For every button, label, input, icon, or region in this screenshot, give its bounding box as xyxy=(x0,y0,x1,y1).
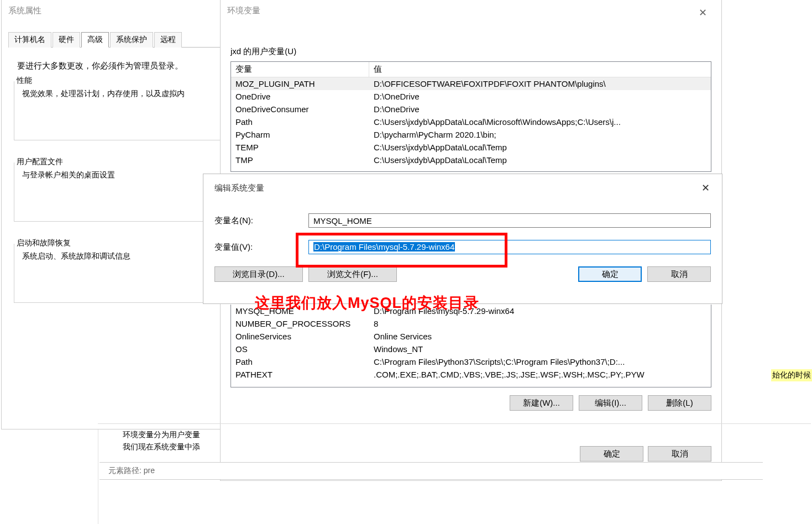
var-value-label: 变量值(V): xyxy=(214,242,308,253)
table-row[interactable]: PathC:\Program Files\Python37\Scripts\;C… xyxy=(231,355,711,368)
var-value-input[interactable] xyxy=(308,240,711,254)
table-row[interactable]: PathC:\Users\jxdyb\AppData\Local\Microso… xyxy=(231,116,711,128)
table-row[interactable]: NUMBER_OF_PROCESSORS8 xyxy=(231,317,711,330)
browse-dir-button[interactable]: 浏览目录(D)... xyxy=(214,266,303,282)
table-row[interactable]: MYSQL_HOMED:\Program Files\mysql-5.7.29-… xyxy=(231,305,711,317)
user-vars-label: jxd 的用户变量(U) xyxy=(230,46,711,57)
sysprops-title: 系统属性 xyxy=(8,6,41,16)
var-name: MOZ_PLUGIN_PATH xyxy=(231,77,369,90)
edit-system-variable-dialog: 编辑系统变量 ✕ 变量名(N): 变量值(V): D:\Program File… xyxy=(203,174,722,304)
tab-computername[interactable]: 计算机名 xyxy=(8,32,51,48)
startup-label: 启动和故障恢复 xyxy=(14,238,73,248)
env-title: 环境变量 xyxy=(227,6,260,16)
var-name: PATHEXT xyxy=(231,368,369,381)
edit-cancel-button[interactable]: 取消 xyxy=(647,266,711,282)
tab-advanced[interactable]: 高级 xyxy=(81,32,109,48)
var-value: C:\Users\jxdyb\AppData\Local\Temp xyxy=(369,154,711,166)
table-row[interactable]: PATHEXT.COM;.EXE;.BAT;.CMD;.VBS;.VBE;.JS… xyxy=(231,368,711,381)
xpath-bar: 元素路径: pre xyxy=(99,462,763,480)
user-vars-section: jxd 的用户变量(U) 变量 值 MOZ_PLUGIN_PATHD:\OFFI… xyxy=(230,46,711,172)
edit-buttons: 浏览目录(D)... 浏览文件(F)... 确定 取消 xyxy=(214,266,711,282)
var-name: PyCharm xyxy=(231,128,369,141)
var-name: Path xyxy=(231,355,369,368)
var-value: Online Services xyxy=(369,330,711,343)
bg-highlight-text: 始化的时候 xyxy=(771,369,812,381)
var-name: OS xyxy=(231,343,369,355)
var-value: C:\Program Files\Python37\Scripts\;C:\Pr… xyxy=(369,355,711,368)
var-value: C:\Users\jxdyb\AppData\Local\Temp xyxy=(369,141,711,154)
delete-sys-button[interactable]: 删除(L) xyxy=(648,395,711,411)
tab-protection[interactable]: 系统保护 xyxy=(110,32,153,48)
table-row[interactable]: OnlineServicesOnline Services xyxy=(231,330,711,343)
edit-ok-button[interactable]: 确定 xyxy=(578,266,642,282)
var-name: Path xyxy=(231,116,369,128)
var-name: OneDrive xyxy=(231,90,369,103)
bg-line1: 环境变量分为用户变量 xyxy=(123,430,200,440)
table-row[interactable]: OSWindows_NT xyxy=(231,343,711,355)
table-row[interactable]: TEMPC:\Users\jxdyb\AppData\Local\Temp xyxy=(231,141,711,154)
var-value-row: 变量值(V): D:\Program Files\mysql-5.7.29-wi… xyxy=(214,240,711,254)
var-value: D:\pycharm\PyCharm 2020.1\bin; xyxy=(369,128,711,141)
browse-file-button[interactable]: 浏览文件(F)... xyxy=(308,266,397,282)
edit-title: 编辑系统变量 xyxy=(214,183,711,193)
var-value: 8 xyxy=(369,317,711,330)
table-row[interactable]: OneDriveConsumerD:\OneDrive xyxy=(231,103,711,116)
tab-remote[interactable]: 远程 xyxy=(154,32,182,48)
table-row[interactable]: PyCharmD:\pycharm\PyCharm 2020.1\bin; xyxy=(231,128,711,141)
var-name: TEMP xyxy=(231,141,369,154)
table-row[interactable]: OneDriveD:\OneDrive xyxy=(231,90,711,103)
close-icon[interactable]: ✕ xyxy=(699,7,707,19)
var-value: D:\Program Files\mysql-5.7.29-winx64 xyxy=(369,305,711,317)
table-row[interactable]: MOZ_PLUGIN_PATHD:\OFFICESOFTWARE\FOXITPD… xyxy=(231,77,711,90)
sys-vars-buttons: 新建(W)... 编辑(I)... 删除(L) xyxy=(230,395,711,411)
close-icon[interactable]: ✕ xyxy=(701,182,710,194)
var-name: OneDriveConsumer xyxy=(231,103,369,116)
var-value: .COM;.EXE;.BAT;.CMD;.VBS;.VBE;.JS;.JSE;.… xyxy=(369,368,711,381)
bg-line2: 我们现在系统变量中添 xyxy=(123,442,200,452)
edit-sys-button[interactable]: 编辑(I)... xyxy=(579,395,642,411)
var-value: Windows_NT xyxy=(369,343,711,355)
var-name: NUMBER_OF_PROCESSORS xyxy=(231,317,369,330)
bg-box xyxy=(98,423,811,495)
system-vars-table[interactable]: MYSQL_HOMED:\Program Files\mysql-5.7.29-… xyxy=(230,305,711,387)
var-value: D:\OneDrive xyxy=(369,90,711,103)
var-value: D:\OneDrive xyxy=(369,103,711,116)
user-vars-table[interactable]: 变量 值 MOZ_PLUGIN_PATHD:\OFFICESOFTWARE\FO… xyxy=(230,61,711,172)
col-val[interactable]: 值 xyxy=(369,62,711,77)
var-value: C:\Users\jxdyb\AppData\Local\Microsoft\W… xyxy=(369,116,711,128)
var-name-row: 变量名(N): xyxy=(214,213,711,228)
var-name: TMP xyxy=(231,154,369,166)
var-value: D:\OFFICESOFTWARE\FOXITPDF\FOXIT PHANTOM… xyxy=(369,77,711,90)
performance-label: 性能 xyxy=(14,76,34,86)
table-row[interactable]: TMPC:\Users\jxdyb\AppData\Local\Temp xyxy=(231,154,711,166)
new-sys-button[interactable]: 新建(W)... xyxy=(510,395,573,411)
col-var[interactable]: 变量 xyxy=(231,62,369,77)
var-name-label: 变量名(N): xyxy=(214,216,308,226)
var-name-input[interactable] xyxy=(308,213,711,228)
var-name: OnlineServices xyxy=(231,330,369,343)
table-header: 变量 值 xyxy=(231,62,711,77)
tab-hardware[interactable]: 硬件 xyxy=(53,32,80,48)
profiles-label: 用户配置文件 xyxy=(14,157,65,167)
var-name: MYSQL_HOME xyxy=(231,305,369,317)
